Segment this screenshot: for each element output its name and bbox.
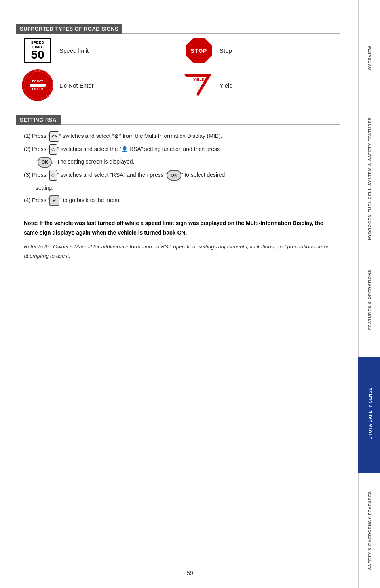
step-3-text-3: ” to select desired — [181, 172, 225, 178]
sidebar-toyota-safety: TOYOTA SAFETY SENSE — [358, 357, 380, 473]
step-3-text-1: (3) Press “ — [24, 172, 49, 178]
dne-bar — [30, 84, 46, 87]
do-not-enter-label: Do Not Enter — [59, 82, 94, 89]
step-2-cont: “OK.” The setting screen is displayed. — [24, 157, 336, 168]
step-2: (2) Press “◇” switches and select the “👤… — [24, 144, 336, 155]
step-3-text-2: ” switches and select “RSA” and then pre… — [57, 172, 167, 178]
note-text: Note: If the vehicle was last turned off… — [24, 219, 336, 238]
right-sidebar: OVERVIEW HYDROGEN FUEL CELL SYSTEM & SAF… — [358, 0, 380, 588]
step-4: (4) Press “↵” to go back to the menu. — [24, 195, 336, 206]
sidebar-features: FEATURES & OPERATIONS — [358, 242, 380, 357]
do-not-enter-sign: DO NOT ENTER — [24, 71, 51, 99]
step-1-text-end: ” from the Multi-Information Display (MI… — [119, 133, 222, 139]
step-1: (1) Press “<>” switches and select “⚙” f… — [24, 131, 336, 142]
italic-text: Refer to the Owner’s Manual for addition… — [24, 242, 336, 261]
sidebar-toyota-safety-label: TOYOTA SAFETY SENSE — [368, 386, 372, 444]
yield-sign-item: YIELD Yield — [186, 71, 332, 99]
sidebar-features-label: FEATURES & OPERATIONS — [368, 267, 372, 332]
sidebar-safety-emergency: SAFETY & EMERGENCY FEATURES — [358, 473, 380, 588]
stop-sign-text: STOP — [191, 48, 207, 54]
yield-text: YIELD — [193, 78, 205, 82]
yield-label: Yield — [220, 82, 233, 89]
road-signs-header: SUPPORTED TYPES OF ROAD SIGNS — [16, 24, 122, 34]
header-divider — [122, 33, 340, 34]
stop-sign: STOP — [186, 38, 212, 63]
dne-top: DO NOT — [32, 80, 43, 83]
gear-icon: ⚙ — [114, 131, 119, 142]
person-icon: 👤 — [121, 146, 128, 152]
speed-limit-sign: SPEEDLIMIT 50 — [24, 38, 51, 63]
ud-arrows-icon-1: ◇ — [49, 144, 57, 155]
step-2-text-1: (2) Press “ — [24, 146, 49, 152]
setting-header-divider — [61, 124, 340, 125]
back-button-icon: ↵ — [49, 195, 59, 206]
step-3-cont: setting. — [24, 183, 336, 193]
step-1-text-mid: ” switches and select “ — [59, 133, 114, 139]
step-2-text-2: ” switches and select the “👤 RSA” settin… — [57, 146, 220, 152]
ok-button-icon: OK — [38, 157, 52, 168]
signs-grid: SPEEDLIMIT 50 Speed limit STOP Stop DO N… — [16, 34, 340, 103]
sidebar-hydrogen: HYDROGEN FUEL CELL SYSTEM & SAFETY FEATU… — [358, 115, 380, 242]
speed-limit-item: SPEEDLIMIT 50 Speed limit — [24, 38, 170, 63]
step-4-text-1: (4) Press “ — [24, 197, 49, 203]
speed-limit-label: SPEEDLIMIT — [27, 40, 48, 49]
step-3: (3) Press “◇” switches and select “RSA” … — [24, 170, 336, 181]
instructions: (1) Press “<>” switches and select “⚙” f… — [16, 125, 340, 214]
dne-bottom: ENTER — [32, 88, 43, 91]
road-signs-section: SUPPORTED TYPES OF ROAD SIGNS SPEEDLIMIT… — [16, 24, 340, 103]
lr-arrows-icon: <> — [49, 131, 59, 142]
yield-sign: YIELD — [186, 74, 212, 97]
sidebar-hydrogen-label: HYDROGEN FUEL CELL SYSTEM & SAFETY FEATU… — [368, 115, 372, 242]
step-4-text-2: ” to go back to the menu. — [59, 197, 121, 203]
setting-rsa-section: SETTING RSA (1) Press “<>” switches and … — [16, 115, 340, 261]
stop-sign-item: STOP Stop — [186, 38, 332, 63]
sidebar-overview-label: OVERVIEW — [368, 44, 372, 72]
step-1-text-before: (1) Press “ — [24, 133, 49, 139]
ok-button-icon-2: OK — [167, 170, 181, 181]
main-content: SUPPORTED TYPES OF ROAD SIGNS SPEEDLIMIT… — [16, 24, 340, 264]
page-number: 59 — [187, 570, 193, 576]
sidebar-safety-emergency-label: SAFETY & EMERGENCY FEATURES — [368, 489, 372, 572]
stop-sign-label: Stop — [220, 47, 232, 54]
sidebar-overview: OVERVIEW — [358, 0, 380, 115]
speed-limit-text: Speed limit — [59, 47, 89, 54]
ud-arrows-icon-2: ◇ — [49, 170, 57, 181]
speed-limit-number: 50 — [27, 49, 48, 61]
do-not-enter-item: DO NOT ENTER Do Not Enter — [24, 71, 170, 99]
setting-rsa-header: SETTING RSA — [16, 115, 61, 125]
